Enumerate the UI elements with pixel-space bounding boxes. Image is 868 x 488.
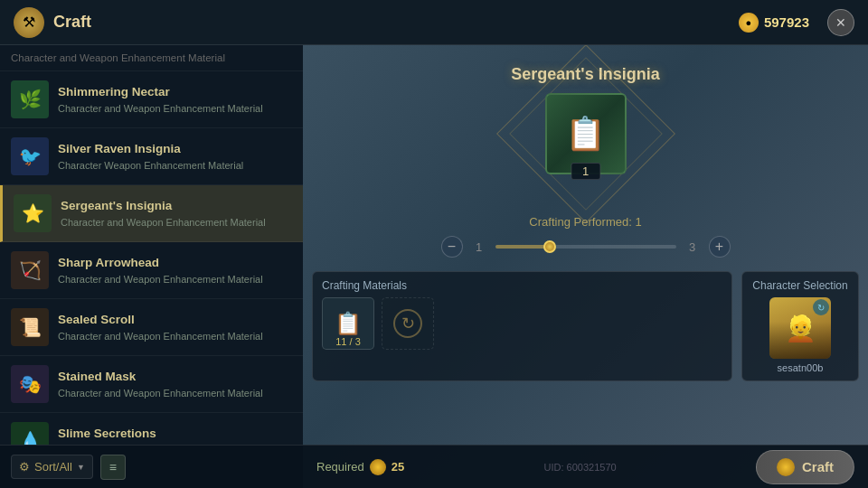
currency-display: ● 597923 bbox=[739, 13, 809, 33]
list-item-name: Stained Mask bbox=[58, 369, 263, 385]
slider-min-value: 1 bbox=[472, 240, 486, 254]
sort-button[interactable]: ⚙ Sort/All ▼ bbox=[11, 455, 93, 479]
sidebar-bottom: ⚙ Sort/All ▼ ≡ bbox=[0, 445, 303, 488]
list-item-sub: Character Weapon Enhancement Material bbox=[58, 159, 243, 172]
list-item-sub: Character and Weapon Enhancement Materia… bbox=[61, 216, 266, 229]
list-item-icon: 🌿 bbox=[11, 80, 49, 118]
list-item-text: Shimmering Nectar Character and Weapon E… bbox=[58, 84, 263, 115]
list-item-text: Slime Secretions Character and Weapon En… bbox=[58, 426, 263, 445]
slider-increase-button[interactable]: + bbox=[709, 236, 731, 258]
list-item-text: Sharp Arrowhead Character and Weapon Enh… bbox=[58, 255, 263, 286]
sidebar-item-sealed-scroll[interactable]: 📜 Sealed Scroll Character and Weapon Enh… bbox=[0, 299, 303, 356]
crafting-materials-label: Crafting Materials bbox=[322, 279, 722, 292]
required-coin-icon bbox=[370, 459, 386, 475]
slider-fill bbox=[495, 245, 550, 249]
character-avatar[interactable]: 👱 ↻ bbox=[769, 297, 831, 359]
material-icon-0: 📋 bbox=[335, 311, 362, 336]
character-name: sesatn00b bbox=[778, 362, 824, 373]
item-icon: 📋 bbox=[565, 115, 606, 153]
list-item-sub: Character and Weapon Enhancement Materia… bbox=[58, 273, 263, 286]
list-item-sub: Character and Weapon Enhancement Materia… bbox=[58, 330, 263, 343]
slider-decrease-button[interactable]: − bbox=[441, 236, 463, 258]
required-amount: 25 bbox=[392, 460, 404, 474]
list-item-name: Shimmering Nectar bbox=[58, 84, 263, 100]
top-bar: ⚒ Craft ● 597923 ✕ bbox=[0, 0, 868, 45]
item-card: 📋 1 bbox=[545, 93, 627, 174]
list-item-name: Silver Raven Insignia bbox=[58, 141, 243, 157]
sidebar-icon-button[interactable]: ≡ bbox=[100, 455, 126, 480]
list-item-icon: 💧 bbox=[11, 422, 49, 445]
currency-amount: 597923 bbox=[764, 14, 809, 30]
material-count-0: 11 / 3 bbox=[323, 336, 373, 347]
footer-bar: Required 25 UID: 600321570 Craft bbox=[303, 445, 868, 488]
sort-label: Sort/All bbox=[34, 460, 72, 474]
character-refresh-icon[interactable]: ↻ bbox=[813, 299, 829, 315]
character-selection-box: Character Selection 👱 ↻ sesatn00b bbox=[741, 271, 859, 381]
crafting-info: Crafting Performed: 1 bbox=[529, 215, 641, 229]
required-text: Required bbox=[316, 460, 364, 474]
list-item-name: Sharp Arrowhead bbox=[58, 255, 263, 271]
app-title: Craft bbox=[53, 13, 739, 32]
item-frame: 📋 1 bbox=[536, 84, 636, 183]
close-button[interactable]: ✕ bbox=[827, 9, 854, 36]
chevron-down-icon: ▼ bbox=[77, 463, 85, 472]
craft-button-coin-icon bbox=[777, 458, 795, 476]
list-item-icon: 📜 bbox=[11, 308, 49, 346]
truncated-item: Character and Weapon Enhancement Materia… bbox=[0, 45, 303, 71]
sidebar-item-silver-raven-insignia[interactable]: 🐦 Silver Raven Insignia Character Weapon… bbox=[0, 128, 303, 185]
item-display-area: 📋 1 bbox=[536, 84, 636, 183]
list-item-sub: Character and Weapon Enhancement Materia… bbox=[58, 102, 263, 115]
filter-icon: ⚙ bbox=[19, 460, 30, 474]
list-item-text: Sergeant's Insignia Character and Weapon… bbox=[61, 198, 266, 229]
slider-area: − 1 3 + bbox=[441, 236, 731, 258]
list-item-sub: Character and Weapon Enhancement Materia… bbox=[58, 444, 263, 445]
list-item-sub: Character and Weapon Enhancement Materia… bbox=[58, 387, 263, 399]
craft-button[interactable]: Craft bbox=[756, 450, 854, 484]
material-slot-0: 📋 11 / 3 bbox=[322, 297, 374, 350]
materials-row: 📋 11 / 3 ↻ bbox=[322, 297, 722, 350]
slider-thumb[interactable] bbox=[543, 240, 556, 253]
list-item-icon: 🐦 bbox=[11, 137, 49, 175]
crafting-materials-box: Crafting Materials 📋 11 / 3 ↻ bbox=[312, 271, 732, 381]
sidebar-item-stained-mask[interactable]: 🎭 Stained Mask Character and Weapon Enha… bbox=[0, 356, 303, 413]
sidebar-item-sharp-arrowhead[interactable]: 🏹 Sharp Arrowhead Character and Weapon E… bbox=[0, 242, 303, 299]
sidebar-list: Character and Weapon Enhancement Materia… bbox=[0, 45, 303, 445]
sidebar-item-shimmering-nectar[interactable]: 🌿 Shimmering Nectar Character and Weapon… bbox=[0, 71, 303, 128]
slider-max-value: 3 bbox=[685, 240, 700, 254]
avatar-overlay bbox=[769, 322, 831, 359]
app-logo: ⚒ bbox=[14, 7, 44, 38]
slider-track[interactable] bbox=[495, 245, 676, 249]
sidebar: Character and Weapon Enhancement Materia… bbox=[0, 45, 303, 488]
list-item-text: Silver Raven Insignia Character Weapon E… bbox=[58, 141, 243, 172]
bottom-section: Crafting Materials 📋 11 / 3 ↻ Character … bbox=[312, 271, 859, 381]
craft-button-label: Craft bbox=[802, 459, 834, 474]
list-item-icon: ⭐ bbox=[14, 194, 52, 232]
list-item-text: Stained Mask Character and Weapon Enhanc… bbox=[58, 369, 263, 399]
list-item-text: Sealed Scroll Character and Weapon Enhan… bbox=[58, 312, 263, 343]
main-layout: Character and Weapon Enhancement Materia… bbox=[0, 45, 868, 488]
list-item-icon: 🏹 bbox=[11, 251, 49, 289]
list-item-name: Slime Secretions bbox=[58, 426, 263, 442]
right-panel: Sergeant's Insignia 📋 1 Crafting Perform… bbox=[303, 45, 868, 488]
sidebar-item-slime-secretions[interactable]: 💧 Slime Secretions Character and Weapon … bbox=[0, 413, 303, 445]
list-item-name: Sergeant's Insignia bbox=[61, 198, 266, 214]
uid-text: UID: 600321570 bbox=[544, 462, 617, 473]
character-selection-label: Character Selection bbox=[752, 279, 847, 292]
coin-icon: ● bbox=[739, 13, 759, 33]
sidebar-items-container: 🌿 Shimmering Nectar Character and Weapon… bbox=[0, 71, 303, 445]
required-cost: Required 25 bbox=[316, 459, 404, 475]
material-slot-add[interactable]: ↻ bbox=[382, 297, 434, 350]
add-material-icon: ↻ bbox=[393, 309, 422, 338]
list-item-name: Sealed Scroll bbox=[58, 312, 263, 328]
sidebar-item-sergeants-insignia[interactable]: ⭐ Sergeant's Insignia Character and Weap… bbox=[0, 185, 303, 242]
list-item-icon: 🎭 bbox=[11, 365, 49, 403]
item-count-badge: 1 bbox=[571, 163, 600, 180]
